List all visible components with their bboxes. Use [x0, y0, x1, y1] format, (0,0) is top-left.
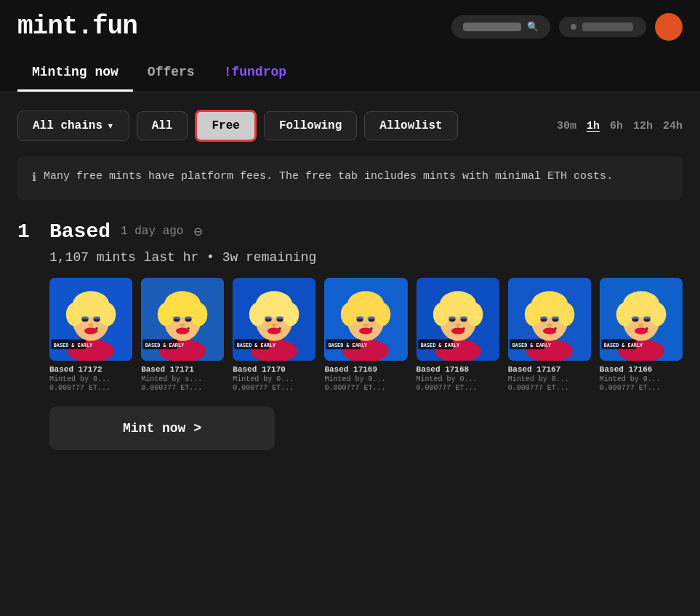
nft-minted-by: Minted by 0... [600, 375, 683, 383]
svg-point-89 [539, 316, 547, 319]
svg-point-102 [649, 303, 666, 326]
svg-point-73 [448, 316, 456, 319]
nft-image: BASED & EARLY [141, 278, 224, 361]
svg-point-59 [363, 323, 369, 327]
svg-point-27 [180, 323, 185, 327]
svg-point-21 [158, 303, 174, 326]
svg-point-75 [455, 323, 460, 327]
collection-rank: 1 [17, 220, 39, 243]
time-12h[interactable]: 12h [633, 120, 653, 132]
following-filter-label: Following [279, 119, 342, 132]
time-6h[interactable]: 6h [610, 120, 623, 132]
chains-label: All chains [33, 119, 102, 132]
svg-point-53 [341, 303, 358, 326]
svg-point-22 [191, 303, 208, 326]
status-dot [571, 24, 576, 30]
info-box: ℹ Many free mints have platform fees. Th… [17, 156, 683, 200]
avatar[interactable] [655, 13, 683, 41]
main-content: All chains ▾ All Free Following Allowlis… [0, 92, 700, 468]
nft-title: Based 17172 [49, 365, 132, 374]
svg-text:BASED & EARLY: BASED & EARLY [329, 342, 368, 348]
header-pill-1[interactable]: 🔍 [451, 15, 550, 39]
svg-point-69 [433, 303, 449, 326]
svg-point-5 [66, 303, 83, 326]
all-filter-label: All [152, 119, 173, 132]
nft-card[interactable]: BASED & EARLY Based 17172 Minted by 0...… [49, 278, 132, 392]
svg-text:BASED & EARLY: BASED & EARLY [420, 342, 459, 348]
nft-title: Based 17171 [141, 365, 224, 374]
svg-point-45 [279, 327, 281, 329]
svg-point-57 [356, 316, 364, 319]
nft-card[interactable]: BASED & EARLY Based 17167 Minted by 0...… [508, 278, 591, 392]
logo: mint.fun [17, 12, 137, 41]
time-30m[interactable]: 30m [557, 120, 576, 132]
nft-price: 0.000777 ET... [324, 384, 407, 392]
chevron-down-icon: ▾ [107, 119, 114, 133]
svg-point-58 [368, 316, 376, 319]
all-filter-button[interactable]: All [137, 111, 188, 140]
collection-item: 1 Based 1 day ago ⊖ 1,107 mints last hr … [17, 220, 683, 450]
svg-point-85 [525, 303, 542, 326]
svg-point-105 [631, 316, 639, 319]
nft-price: 0.000777 ET... [141, 384, 224, 392]
svg-point-77 [462, 327, 464, 329]
time-24h[interactable]: 24h [663, 120, 683, 132]
svg-point-70 [466, 303, 483, 326]
svg-point-74 [459, 316, 467, 319]
nft-title: Based 17170 [233, 365, 315, 374]
nft-card[interactable]: BASED & EARLY Based 17171 Minted by s...… [141, 278, 224, 392]
svg-point-90 [551, 316, 559, 319]
collection-name[interactable]: Based [49, 220, 110, 243]
svg-text:BASED & EARLY: BASED & EARLY [237, 342, 276, 348]
nft-price: 0.000777 ET... [600, 384, 683, 392]
svg-point-42 [276, 316, 284, 319]
nav-tabs: Minting now Offers !fundrop [0, 53, 700, 92]
allowlist-filter-button[interactable]: Allowlist [364, 111, 457, 140]
nft-minted-by: Minted by 0... [417, 375, 499, 383]
nft-grid: BASED & EARLY Based 17172 Minted by 0...… [49, 278, 683, 392]
svg-text:BASED & EARLY: BASED & EARLY [512, 342, 551, 348]
filter-row: All chains ▾ All Free Following Allowlis… [17, 110, 683, 142]
nft-price: 0.000777 ET... [233, 384, 315, 392]
nft-image: BASED & EARLY [49, 278, 132, 361]
header: mint.fun 🔍 [0, 0, 700, 53]
collection-age: 1 day ago [121, 225, 183, 238]
nft-title: Based 17168 [417, 365, 499, 374]
svg-point-26 [184, 316, 192, 319]
tab-minting-now[interactable]: Minting now [17, 53, 133, 92]
nft-image: BASED & EARLY [417, 278, 499, 361]
header-pill-2[interactable] [559, 17, 646, 37]
mint-button-container: Mint now > [49, 407, 683, 450]
free-filter-button[interactable]: Free [195, 110, 256, 142]
nft-minted-by: Minted by 0... [324, 375, 407, 383]
nft-price: 0.000777 ET... [49, 384, 132, 392]
nft-card[interactable]: BASED & EARLY Based 17169 Minted by 0...… [324, 278, 407, 392]
nft-minted-by: Minted by 0... [508, 375, 591, 383]
following-filter-button[interactable]: Following [264, 111, 357, 140]
svg-text:BASED & EARLY: BASED & EARLY [604, 342, 643, 348]
svg-point-11 [89, 323, 94, 327]
nft-card[interactable]: BASED & EARLY Based 17166 Minted by 0...… [600, 278, 683, 392]
nft-card[interactable]: BASED & EARLY Based 17168 Minted by 0...… [417, 278, 499, 392]
svg-point-37 [249, 303, 266, 326]
svg-point-91 [547, 323, 552, 327]
allowlist-filter-label: Allowlist [379, 119, 442, 132]
svg-point-101 [616, 303, 633, 326]
tab-offers[interactable]: Offers [133, 53, 209, 92]
svg-point-54 [374, 303, 391, 326]
nft-price: 0.000777 ET... [417, 384, 499, 392]
svg-point-61 [371, 327, 373, 329]
time-1h[interactable]: 1h [587, 120, 600, 132]
nft-price: 0.000777 ET... [508, 384, 591, 392]
svg-point-29 [187, 327, 189, 329]
nft-title: Based 17167 [508, 365, 591, 374]
chains-filter-button[interactable]: All chains ▾ [17, 111, 129, 141]
svg-point-86 [558, 303, 574, 326]
svg-point-6 [99, 303, 116, 326]
collection-collapse-button[interactable]: ⊖ [193, 223, 202, 241]
nft-card[interactable]: BASED & EARLY Based 17170 Minted by 0...… [233, 278, 315, 392]
tab-fundrop[interactable]: !fundrop [209, 53, 301, 92]
svg-point-106 [643, 316, 651, 319]
mint-now-button[interactable]: Mint now > [49, 407, 275, 450]
svg-point-38 [283, 303, 299, 326]
